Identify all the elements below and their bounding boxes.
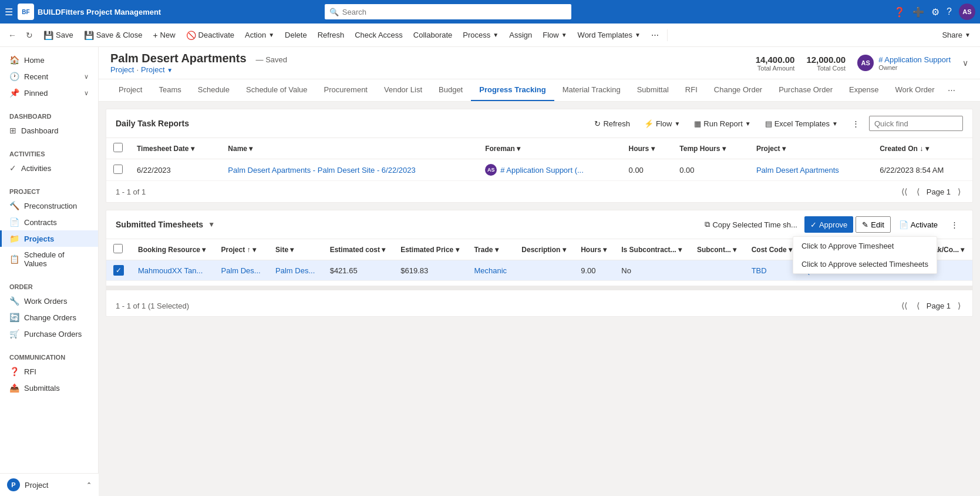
submitted-row-checkbox-cell[interactable]: ✓ [106, 260, 131, 281]
sidebar-item-projects[interactable]: 📁 Projects [0, 230, 98, 247]
hours-header[interactable]: Hours ▾ [622, 138, 673, 159]
save-button[interactable]: 💾 Save [39, 26, 78, 45]
new-button[interactable]: + New [148, 26, 180, 45]
sidebar-item-schedule-of-values[interactable]: 📋 Schedule of Values [0, 247, 98, 272]
estimated-price-header[interactable]: Estimated Price ▾ [393, 239, 467, 260]
back-button[interactable]: ← [5, 28, 20, 42]
question-icon[interactable]: ❓ [894, 6, 905, 18]
description-header[interactable]: Description ▾ [514, 239, 574, 260]
timesheet-date-header[interactable]: Timesheet Date ▾ [130, 138, 221, 159]
action-button[interactable]: Action ▼ [240, 26, 279, 45]
tab-change-order[interactable]: Change Order [706, 79, 770, 101]
breadcrumb-item-1[interactable]: Project [110, 65, 134, 74]
save-close-button[interactable]: 💾 Save & Close [79, 26, 147, 45]
deactivate-button[interactable]: 🚫 Deactivate [181, 26, 239, 45]
delete-button[interactable]: Delete [280, 26, 312, 45]
help-icon[interactable]: ? [947, 6, 952, 17]
plus-icon[interactable]: ➕ [912, 6, 924, 18]
gear-icon[interactable]: ⚙ [931, 6, 939, 18]
owner-name[interactable]: # Application Support [878, 55, 951, 64]
daily-more-button[interactable]: ⋮ [847, 115, 864, 132]
expand-button[interactable]: ∨ [962, 58, 968, 68]
refresh-nav-button[interactable]: ↻ [22, 28, 36, 42]
run-report-button[interactable]: ▦ Run Report ▼ [689, 115, 755, 132]
project-link[interactable]: Palm Desert Apartments [756, 166, 839, 175]
approve-timesheet-item[interactable]: Click to Approve Timesheet [793, 237, 937, 255]
tab-schedule-of-value[interactable]: Schedule of Value [238, 79, 316, 101]
edit-button[interactable]: ✎ Edit [856, 216, 890, 233]
tab-progress-tracking[interactable]: Progress Tracking [471, 79, 554, 101]
tab-project[interactable]: Project [110, 79, 150, 101]
copy-selected-button[interactable]: ⧉ Copy Selected Time sh... [700, 216, 802, 233]
booking-resource-link[interactable]: MahmoudXX Tan... [138, 266, 203, 275]
tab-vendor-list[interactable]: Vendor List [376, 79, 430, 101]
project-header[interactable]: Project ▾ [749, 138, 873, 159]
sidebar-item-dashboard[interactable]: ⊞ Dashboard [0, 122, 98, 139]
tab-more-button[interactable]: ⋯ [943, 80, 960, 100]
foreman-link[interactable]: # Application Support (... [500, 166, 584, 175]
tab-expense[interactable]: Expense [841, 79, 887, 101]
excel-templates-button[interactable]: ▤ Excel Templates ▼ [760, 115, 843, 132]
activate-button[interactable]: 📄 Activate [893, 216, 944, 233]
cost-code-link[interactable]: TBD [752, 266, 767, 275]
flow-button[interactable]: Flow ▼ [538, 26, 571, 45]
submitted-chevron-icon[interactable]: ▼ [208, 220, 215, 229]
estimated-cost-header[interactable]: Estimated cost ▾ [323, 239, 394, 260]
horizontal-scrollbar[interactable] [106, 286, 972, 290]
process-button[interactable]: Process ▼ [458, 26, 503, 45]
submitted-more-button[interactable]: ⋮ [946, 216, 963, 233]
tab-procurement[interactable]: Procurement [316, 79, 376, 101]
tab-submittal[interactable]: Submittal [629, 79, 677, 101]
sidebar-item-change-orders[interactable]: 🔄 Change Orders [0, 309, 98, 326]
prev-page-button[interactable]: ⟨ [914, 186, 922, 197]
sidebar-item-work-orders[interactable]: 🔧 Work Orders [0, 293, 98, 309]
approve-button[interactable]: ✓ Approve [804, 216, 853, 233]
word-templates-button[interactable]: Word Templates ▼ [573, 26, 645, 45]
submitted-prev-page-button[interactable]: ⟨ [914, 300, 922, 311]
select-all-checkbox[interactable] [113, 143, 123, 152]
submitted-select-all-header[interactable] [106, 239, 131, 260]
sidebar-item-pinned[interactable]: 📌 Pinned ∨ [0, 85, 98, 101]
tab-work-order[interactable]: Work Order [887, 79, 943, 101]
cost-code-header[interactable]: Cost Code ▾ [745, 239, 800, 260]
project-col-header[interactable]: Project ↑ ▾ [214, 239, 269, 260]
tab-purchase-order[interactable]: Purchase Order [770, 79, 841, 101]
submitted-row-checkbox[interactable]: ✓ [113, 265, 124, 276]
check-access-button[interactable]: Check Access [350, 26, 408, 45]
tab-rfi[interactable]: RFI [677, 79, 706, 101]
sidebar-item-recent[interactable]: 🕐 Recent ∨ [0, 68, 98, 85]
trade-header[interactable]: Trade ▾ [467, 239, 514, 260]
name-header[interactable]: Name ▾ [221, 138, 478, 159]
sidebar-item-purchase-orders[interactable]: 🛒 Purchase Orders [0, 326, 98, 342]
share-button[interactable]: Share ▼ [937, 26, 975, 45]
tab-schedule[interactable]: Schedule [190, 79, 238, 101]
quick-find-input[interactable] [869, 116, 963, 131]
daily-refresh-button[interactable]: ↻ Refresh [590, 115, 635, 132]
tab-teams[interactable]: Teams [150, 79, 189, 101]
submitted-next-page-button[interactable]: ⟩ [955, 300, 963, 311]
approve-selected-timesheets-item[interactable]: Click to Approve selected Timesheets [793, 255, 937, 273]
collaborate-button[interactable]: Collaborate [409, 26, 457, 45]
site-link[interactable]: Palm Des... [275, 266, 315, 275]
assign-button[interactable]: Assign [504, 26, 537, 45]
is-subcontract-header[interactable]: Is Subcontract... ▾ [614, 239, 690, 260]
daily-flow-button[interactable]: ⚡ Flow ▼ [639, 115, 685, 132]
sidebar-item-submittals[interactable]: 📤 Submittals [0, 380, 98, 396]
project-col-link[interactable]: Palm Des... [221, 266, 261, 275]
row-checkbox-cell[interactable] [106, 159, 130, 181]
first-page-button[interactable]: ⟨⟨ [899, 186, 910, 197]
trade-link[interactable]: Mechanic [474, 266, 507, 275]
sidebar-item-home[interactable]: 🏠 Home [0, 52, 98, 68]
booking-resource-header[interactable]: Booking Resource ▾ [131, 239, 214, 260]
sidebar-item-rfi[interactable]: ❓ RFI [0, 363, 98, 380]
site-header[interactable]: Site ▾ [268, 239, 323, 260]
next-page-button[interactable]: ⟩ [955, 186, 963, 197]
select-all-header[interactable] [106, 138, 130, 159]
sidebar-item-activities[interactable]: ✓ Activities [0, 160, 98, 176]
tab-material-tracking[interactable]: Material Tracking [554, 79, 629, 101]
hamburger-menu[interactable]: ☰ [5, 6, 13, 18]
row-checkbox[interactable] [113, 165, 123, 174]
sidebar-item-contracts[interactable]: 📄 Contracts [0, 214, 98, 230]
created-on-header[interactable]: Created On ↓ ▾ [873, 138, 972, 159]
submitted-first-page-button[interactable]: ⟨⟨ [899, 300, 910, 311]
